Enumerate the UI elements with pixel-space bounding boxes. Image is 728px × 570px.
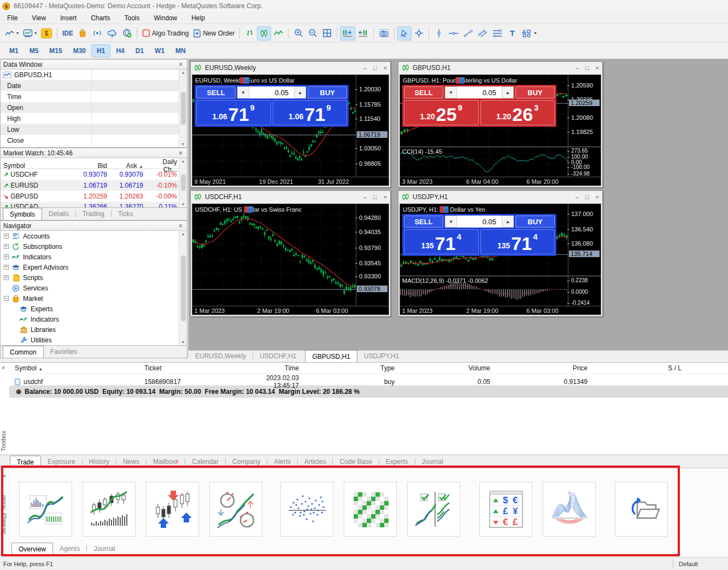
new-order-button[interactable]: New Order (191, 27, 236, 40)
minimize-icon[interactable]: – (576, 65, 579, 71)
nav-item-indicators[interactable]: + Indicators (1, 252, 179, 262)
scroll-up-icon[interactable]: ▲ (181, 232, 185, 236)
maximize-icon[interactable]: □ (585, 65, 589, 71)
chart-window-eurusd[interactable]: EURUSD,Weekly –□× EURUSD, Weekly: Euro v… (190, 61, 391, 188)
close-icon[interactable]: × (596, 194, 599, 200)
volume-down-icon[interactable]: ▼ (445, 216, 457, 228)
minimize-icon[interactable]: – (363, 194, 367, 200)
scrollbar-thumb[interactable] (181, 175, 186, 191)
tab-code-base[interactable]: Code Base (333, 456, 378, 468)
expand-icon[interactable]: + (4, 254, 9, 259)
volume-value[interactable]: 0.05 (457, 218, 502, 226)
timeframe-m15[interactable]: M15 (44, 45, 67, 57)
volume-down-icon[interactable]: ▼ (445, 86, 457, 98)
buy-button[interactable]: BUY (515, 86, 555, 98)
text-tool-button[interactable]: T (506, 27, 519, 40)
volume-down-icon[interactable]: ▼ (237, 86, 249, 98)
market-store-button[interactable] (76, 27, 89, 40)
nav-item-accounts[interactable]: + Accounts (1, 231, 179, 241)
candle-chart-mode-button[interactable] (257, 27, 271, 40)
expand-icon[interactable]: + (4, 275, 9, 280)
buy-button[interactable]: BUY (308, 86, 347, 98)
chart-window-titlebar[interactable]: USDCHF,H1 –□× (191, 191, 390, 203)
tab-overview[interactable]: Overview (11, 543, 53, 555)
zoom-out-button[interactable] (306, 27, 319, 40)
volume-up-icon[interactable]: ▲ (502, 216, 514, 228)
close-icon[interactable]: × (384, 65, 387, 71)
tester-tile-open-results[interactable] (615, 482, 668, 537)
toolbox-side-label[interactable]: Toolbox (0, 431, 8, 451)
chart-window-titlebar[interactable]: GBPUSD,H1 –□× (398, 62, 602, 74)
buy-price[interactable]: 1.20263 (480, 100, 555, 125)
scroll-up-icon[interactable]: ▲ (181, 71, 185, 74)
tester-tile-chart-candles[interactable] (83, 482, 136, 537)
timeframe-h4[interactable]: H4 (111, 45, 129, 57)
timeframe-d1[interactable]: D1 (131, 45, 149, 57)
sell-price[interactable]: 135714 (404, 229, 479, 254)
tester-tile-multi-currency[interactable]: $ € £ ¥ € £ (479, 482, 532, 537)
chart-tab-usdchf[interactable]: USDCHF,H1 (253, 350, 303, 362)
tab-trade[interactable]: Trade (10, 456, 41, 468)
buy-price[interactable]: 1.06719 (273, 100, 348, 125)
scrollbar[interactable]: ▲ ▼ (179, 158, 187, 207)
cursor-tool-button[interactable] (398, 27, 411, 40)
tab-symbols[interactable]: Symbols (3, 208, 42, 220)
sell-price[interactable]: 1.20259 (404, 100, 479, 125)
tab-experts[interactable]: Experts (379, 456, 415, 468)
market-watch-button[interactable]: ▾ (21, 27, 38, 40)
buy-button[interactable]: BUY (515, 216, 555, 228)
chart-tab-usdjpy[interactable]: USDJPY,H1 (357, 350, 406, 362)
caret-down-icon[interactable]: ▾ (34, 31, 37, 36)
chart-window-usdchf[interactable]: USDCHF,H1 –□× USDCHF, H1: US Dollar vs S… (190, 190, 391, 317)
metaeditor-button[interactable]: IDE (61, 27, 75, 40)
market-watch-row-usdchf[interactable]: ↗USDCHF 0.93078 0.93078 -0.01% (1, 169, 179, 180)
timeframe-m30[interactable]: M30 (68, 45, 91, 57)
screenshot-button[interactable] (377, 27, 391, 40)
chart-window-titlebar[interactable]: USDJPY,H1 –□× (398, 191, 602, 203)
tab-exposure[interactable]: Exposure (41, 456, 82, 468)
tester-tile-manual-trading[interactable] (146, 482, 199, 537)
timeframe-w1[interactable]: W1 (150, 45, 169, 57)
chart-window-usdjpy[interactable]: USDJPY,H1 –□× USDJPY, H1: US Dollar vs Y… (398, 190, 603, 317)
auto-scroll-button[interactable] (340, 27, 355, 40)
nav-item-market-indicators[interactable]: Indicators (1, 314, 179, 324)
volume-value[interactable]: 0.05 (249, 89, 294, 97)
vertical-line-tool-button[interactable] (432, 27, 445, 40)
scrollbar[interactable]: ▲ ▼ (179, 69, 187, 147)
caret-down-icon[interactable]: ▾ (534, 31, 536, 36)
menu-charts[interactable]: Charts (84, 13, 117, 24)
status-profile[interactable]: Default (673, 561, 728, 567)
volume-stepper[interactable]: ▼ 0.05 ▲ (237, 86, 306, 98)
vps-button[interactable] (105, 27, 119, 40)
balance-icon[interactable]: ⊕ (16, 388, 21, 395)
market-watch-row-gbpusd[interactable]: ↘GBPUSD 1.20259 1.20263 -0.00% (1, 191, 179, 202)
bar-chart-mode-button[interactable] (243, 27, 256, 40)
close-icon[interactable]: × (177, 61, 184, 68)
tab-tester-journal[interactable]: Journal (87, 543, 121, 555)
volume-up-icon[interactable]: ▲ (294, 86, 306, 98)
sell-button[interactable]: SELL (404, 86, 443, 98)
nav-item-subscriptions[interactable]: + Subscriptions (1, 241, 179, 252)
tab-details[interactable]: Details (42, 208, 75, 220)
close-icon[interactable]: × (177, 149, 184, 157)
market-watch-row-eurusd[interactable]: ↗EURUSD 1.06719 1.06719 -0.10% (1, 180, 179, 191)
scroll-down-icon[interactable]: ▼ (181, 340, 185, 344)
sell-price[interactable]: 1.06719 (196, 100, 271, 125)
tab-alerts[interactable]: Alerts (267, 456, 297, 468)
tab-journal[interactable]: Journal (415, 456, 450, 468)
menu-help[interactable]: Help (184, 13, 212, 24)
nav-item-market-utilities[interactable]: Utilities (1, 335, 179, 345)
trendline-tool-button[interactable] (462, 27, 475, 40)
trade-position-row[interactable]: usdchf 1586890817 2023.02.03 13:45:17 bu… (9, 374, 728, 386)
timeframe-m1[interactable]: M1 (4, 45, 24, 57)
menu-tools[interactable]: Tools (118, 13, 147, 24)
tester-tile-forward-test[interactable] (407, 482, 460, 537)
scroll-down-icon[interactable]: ▼ (181, 202, 185, 206)
nav-item-services[interactable]: Services (1, 283, 179, 293)
shapes-tool-button[interactable]: ▾ (520, 27, 538, 40)
market-watch-row-usdcad[interactable]: ↗USDCAD 1.36266 1.36270 0.11% (1, 202, 179, 207)
data-window-symbol-row[interactable]: GBPUSD,H1 (1, 69, 179, 80)
tile-windows-button[interactable] (320, 27, 333, 40)
chart-style-button[interactable]: ▾ (3, 27, 20, 40)
collapse-icon[interactable]: − (4, 296, 9, 301)
